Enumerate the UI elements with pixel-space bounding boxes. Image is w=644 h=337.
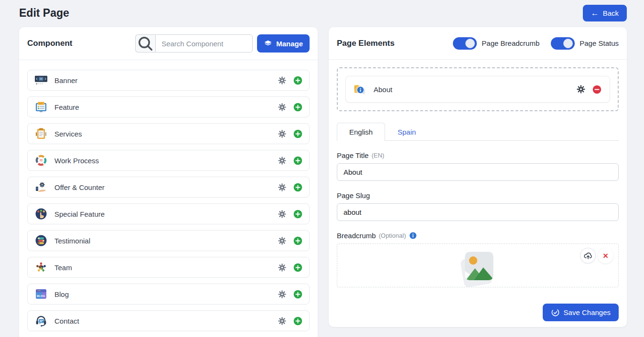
page-slug-input[interactable]	[337, 203, 619, 221]
component-item-label: Blog	[54, 290, 278, 298]
topbar: Edit Page ← Back	[0, 0, 644, 25]
save-button[interactable]: Save Changes	[543, 304, 619, 321]
component-item-label: Testimonial	[54, 237, 278, 245]
component-item-label: Services	[54, 130, 278, 138]
component-row: BLOG Blog	[27, 284, 310, 305]
component-item-label: Feature	[54, 103, 278, 111]
breadcrumb-upload-zone[interactable]: ×	[337, 243, 619, 287]
blog-icon: BLOG	[34, 287, 48, 301]
selected-element-label: About	[374, 85, 576, 94]
add-icon[interactable]	[293, 316, 303, 326]
settings-icon[interactable]	[278, 129, 287, 138]
image-placeholder-icon	[455, 246, 501, 292]
upload-button[interactable]	[580, 248, 596, 263]
language-tabs: English Spain	[337, 123, 619, 141]
remove-element-icon[interactable]	[592, 84, 602, 95]
page-breadcrumb-toggle[interactable]	[453, 37, 477, 50]
remove-image-button[interactable]: ×	[598, 248, 613, 263]
add-icon[interactable]	[293, 102, 303, 112]
left-arrow-icon: ←	[591, 9, 599, 17]
special-feature-icon	[34, 207, 48, 221]
component-row: Team	[27, 257, 310, 278]
manage-label: Manage	[276, 40, 303, 48]
settings-icon[interactable]	[278, 236, 287, 245]
component-item-label: Offer & Counter	[54, 183, 278, 191]
component-item-label: Contact	[54, 317, 278, 325]
component-item-label: Banner	[54, 76, 278, 84]
page-title: Edit Page	[19, 7, 69, 20]
offer-counter-icon	[34, 180, 48, 194]
contact-icon	[34, 314, 48, 327]
component-panel-title: Component	[27, 39, 72, 48]
team-icon	[34, 261, 48, 274]
page-title-label: Page Title (EN)	[337, 151, 619, 159]
component-item-label: Work Process	[54, 157, 278, 165]
add-icon[interactable]	[293, 289, 303, 299]
component-row: Work Process	[27, 150, 310, 171]
settings-icon[interactable]	[278, 76, 287, 85]
component-row: Feature	[27, 96, 310, 117]
manage-button[interactable]: Manage	[257, 34, 310, 53]
x-icon: ×	[603, 251, 608, 260]
settings-icon[interactable]	[278, 316, 287, 326]
page-title-input[interactable]	[337, 163, 619, 181]
tab-spain[interactable]: Spain	[385, 123, 428, 141]
element-settings-icon[interactable]	[576, 84, 586, 94]
toggle-knob	[563, 39, 573, 48]
page-title-suffix: (EN)	[372, 152, 385, 159]
settings-icon[interactable]	[278, 156, 287, 165]
testimonial-icon	[34, 234, 48, 247]
page-breadcrumb-toggle-label: Page Breadcrumb	[482, 39, 539, 47]
component-item-label: Team	[54, 263, 278, 272]
page-slug-label: Page Slug	[337, 191, 619, 200]
toggle-knob	[465, 39, 475, 48]
services-icon	[34, 127, 48, 140]
layers-icon	[264, 39, 272, 48]
selected-element-row[interactable]: About	[345, 76, 610, 103]
add-icon[interactable]	[293, 182, 303, 192]
work-process-icon	[34, 154, 48, 167]
component-row: Contact	[27, 310, 310, 331]
add-icon[interactable]	[293, 236, 303, 246]
add-icon[interactable]	[293, 263, 303, 273]
add-icon[interactable]	[293, 156, 303, 166]
add-icon[interactable]	[293, 209, 303, 219]
settings-icon[interactable]	[278, 263, 287, 272]
back-label: Back	[603, 9, 619, 17]
check-circle-icon	[551, 308, 560, 317]
settings-icon[interactable]	[278, 210, 287, 219]
info-icon[interactable]	[409, 232, 417, 240]
page-elements-panel: Page Elements Page Breadcrumb Page Statu…	[329, 27, 627, 327]
feature-icon	[34, 100, 48, 114]
page-status-toggle-label: Page Status	[580, 39, 619, 47]
search-prepend	[135, 34, 155, 53]
search-input[interactable]	[155, 34, 253, 53]
settings-icon[interactable]	[278, 103, 287, 112]
component-list: Banner Feature Services Work Process Off…	[19, 60, 318, 337]
component-row: Special Feature	[27, 203, 310, 224]
settings-icon[interactable]	[278, 290, 287, 299]
page-elements-title: Page Elements	[337, 39, 395, 48]
add-icon[interactable]	[293, 129, 303, 139]
back-button[interactable]: ← Back	[583, 5, 627, 21]
component-item-label: Special Feature	[54, 210, 278, 218]
component-row: Banner	[27, 70, 310, 91]
banner-icon	[34, 74, 48, 87]
component-row: Services	[27, 123, 310, 144]
component-row: Testimonial	[27, 230, 310, 251]
search-icon	[136, 34, 155, 53]
breadcrumb-suffix: (Optional)	[379, 232, 406, 239]
component-panel: Component Manage Banner Feature	[19, 27, 318, 337]
element-drop-zone[interactable]: About	[337, 67, 619, 111]
page-status-toggle[interactable]	[551, 37, 575, 50]
svg-text:BLOG: BLOG	[37, 295, 45, 297]
breadcrumb-label: Breadcrumb (Optional)	[337, 232, 619, 240]
add-icon[interactable]	[293, 75, 303, 85]
tab-english[interactable]: English	[337, 123, 385, 141]
settings-icon[interactable]	[278, 183, 287, 192]
component-row: Offer & Counter	[27, 177, 310, 198]
upload-cloud-icon	[583, 251, 593, 261]
folder-info-icon	[354, 83, 367, 95]
save-label: Save Changes	[564, 308, 611, 316]
